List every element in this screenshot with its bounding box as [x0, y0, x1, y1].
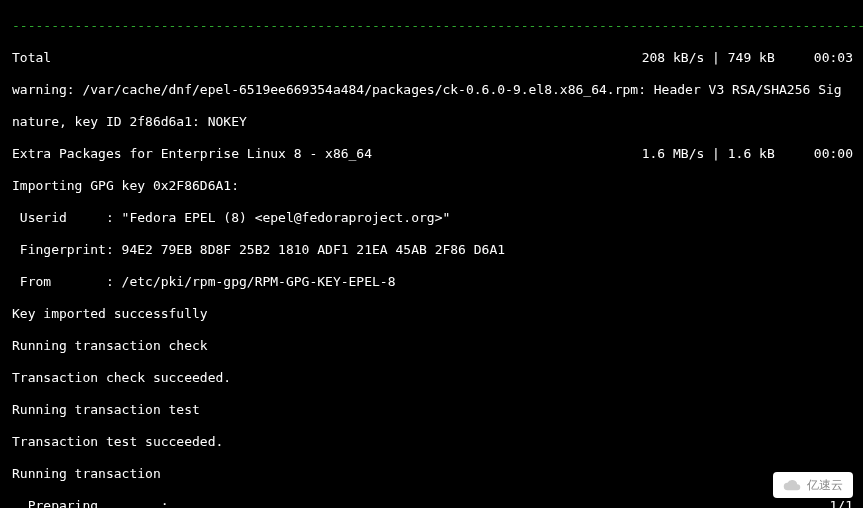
running-transaction-test-line: Running transaction test: [12, 402, 863, 418]
watermark-badge: 亿速云: [773, 472, 853, 498]
total-stats: 208 kB/s | 749 kB 00:03: [642, 50, 863, 66]
extra-packages-label: Extra Packages for Enterprise Linux 8 - …: [12, 146, 372, 162]
terminal-output: ----------------------------------------…: [0, 0, 863, 508]
total-label: Total: [12, 50, 51, 66]
transaction-check-succeeded-line: Transaction check succeeded.: [12, 370, 863, 386]
gpg-userid-line: Userid : "Fedora EPEL (8) <epel@fedorapr…: [12, 210, 863, 226]
gpg-importing-line: Importing GPG key 0x2F86D6A1:: [12, 178, 863, 194]
warning-line-2: nature, key ID 2f86d6a1: NOKEY: [12, 114, 863, 130]
step-progress: 1/1: [830, 498, 863, 508]
transaction-test-succeeded-line: Transaction test succeeded.: [12, 434, 863, 450]
running-transaction-check-line: Running transaction check: [12, 338, 863, 354]
step-label: Preparing :: [12, 498, 169, 508]
separator-line: ----------------------------------------…: [12, 18, 863, 34]
running-transaction-line: Running transaction: [12, 466, 863, 482]
watermark-text: 亿速云: [807, 477, 843, 493]
extra-packages-line: Extra Packages for Enterprise Linux 8 - …: [12, 146, 863, 162]
warning-line-1: warning: /var/cache/dnf/epel-6519ee66935…: [12, 82, 863, 98]
gpg-fingerprint-line: Fingerprint: 94E2 79EB 8D8F 25B2 1810 AD…: [12, 242, 863, 258]
extra-packages-stats: 1.6 MB/s | 1.6 kB 00:00: [642, 146, 863, 162]
transaction-step-line: Preparing :1/1: [12, 498, 863, 508]
gpg-from-line: From : /etc/pki/rpm-gpg/RPM-GPG-KEY-EPEL…: [12, 274, 863, 290]
total-summary-line: Total 208 kB/s | 749 kB 00:03: [12, 50, 863, 66]
cloud-icon: [783, 476, 801, 494]
key-imported-line: Key imported successfully: [12, 306, 863, 322]
